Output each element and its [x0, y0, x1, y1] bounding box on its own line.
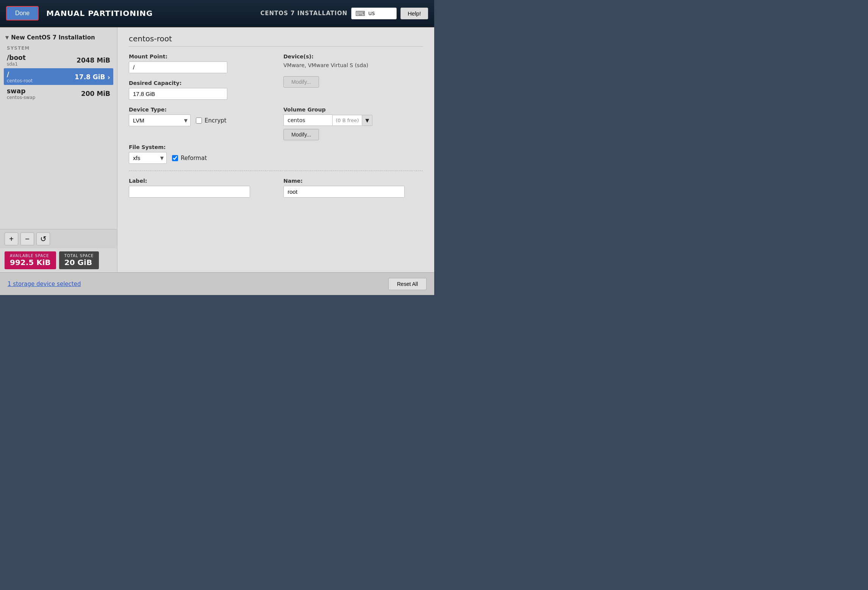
partition-name-boot: /boot: [7, 54, 26, 61]
volume-group-row: centos (0 B free) ▼: [283, 115, 423, 126]
partition-item-boot[interactable]: /boot sda1 2048 MiB: [4, 52, 113, 68]
partition-info-boot: /boot sda1: [7, 54, 26, 67]
help-button[interactable]: Help!: [400, 8, 428, 19]
chevron-right-icon: ›: [108, 73, 110, 81]
partition-sub-root: centos-root: [7, 78, 33, 83]
encrypt-checkbox-row[interactable]: Encrypt: [196, 117, 227, 124]
detail-title: centos-root: [129, 34, 423, 47]
total-space-box: TOTAL SPACE 20 GiB: [59, 251, 99, 269]
system-label: SYSTEM: [4, 42, 113, 52]
partition-size-swap: 200 MiB: [81, 90, 110, 97]
file-system-select-wrap: xfs ext4 ext3 swap ▼: [129, 152, 167, 164]
done-button[interactable]: Done: [6, 6, 39, 20]
encrypt-checkbox[interactable]: [196, 118, 202, 124]
modify-bottom-area: Modify...: [283, 129, 423, 140]
name-label: Name:: [283, 178, 423, 184]
reset-all-button[interactable]: Reset All: [388, 278, 427, 290]
tree-group-header: ▼ New CentOS 7 Installation: [4, 32, 113, 42]
file-system-area: File System: xfs ext4 ext3 swap ▼ Refor: [129, 144, 423, 164]
mount-point-section: Mount Point:: [129, 53, 268, 73]
keyboard-locale-value: us: [368, 10, 375, 17]
available-space-box: AVAILABLE SPACE 992.5 KiB: [5, 251, 56, 269]
footer: 1 storage device selected Reset All: [0, 272, 434, 295]
tree-group-label: New CentOS 7 Installation: [11, 34, 95, 41]
add-partition-button[interactable]: +: [5, 232, 18, 245]
header-left: Done MANUAL PARTITIONING: [6, 6, 153, 20]
label-input[interactable]: [129, 186, 250, 198]
encrypt-label: Encrypt: [205, 117, 227, 124]
top-form-grid: Mount Point: Desired Capacity: Device(s)…: [129, 53, 423, 107]
mount-point-input[interactable]: [129, 61, 227, 73]
bottom-form-grid: Label: Name:: [129, 178, 423, 204]
device-type-area: Device Type: LVM Standard Partition BTRF…: [129, 107, 423, 140]
partition-name-root: /: [7, 71, 33, 78]
total-space-value: 20 GiB: [64, 258, 94, 267]
modify-top-section: Modify...: [283, 76, 423, 88]
desired-capacity-section: Desired Capacity:: [129, 80, 268, 100]
file-system-label: File System:: [129, 144, 423, 150]
remove-partition-button[interactable]: −: [20, 232, 34, 245]
partition-sub-swap: centos-swap: [7, 95, 35, 100]
available-space-label: AVAILABLE SPACE: [10, 254, 51, 258]
partition-info-root: / centos-root: [7, 71, 33, 83]
left-panel: ▼ New CentOS 7 Installation SYSTEM /boot…: [0, 27, 117, 272]
label-section: Label:: [129, 178, 268, 198]
device-type-row: LVM Standard Partition BTRFS ▼ Encrypt: [129, 115, 268, 126]
volume-group-free: (0 B free): [333, 115, 362, 126]
desired-capacity-input[interactable]: [129, 88, 227, 100]
keyboard-locale[interactable]: ⌨ us: [351, 8, 397, 19]
device-type-label: Device Type:: [129, 107, 268, 113]
partition-sub-boot: sda1: [7, 61, 26, 67]
volume-group-label: Volume Group: [283, 107, 423, 113]
mount-point-label: Mount Point:: [129, 53, 268, 60]
file-system-select[interactable]: xfs ext4 ext3 swap: [129, 152, 167, 164]
keyboard-icon: ⌨: [355, 9, 365, 17]
right-panel: centos-root Mount Point: Desired Capacit…: [117, 27, 434, 272]
devices-value: VMware, VMware Virtual S (sda): [283, 61, 423, 69]
tree-arrow-icon: ▼: [5, 35, 9, 40]
device-type-select-wrap: LVM Standard Partition BTRFS ▼: [129, 115, 191, 126]
refresh-button[interactable]: ↺: [36, 232, 50, 245]
partition-size-root: 17.8 GiB ›: [75, 73, 110, 81]
header: Done MANUAL PARTITIONING CENTOS 7 INSTAL…: [0, 0, 434, 27]
modify-bottom-button[interactable]: Modify...: [283, 129, 319, 140]
desired-capacity-label: Desired Capacity:: [129, 80, 268, 86]
total-space-label: TOTAL SPACE: [64, 254, 94, 258]
available-space-value: 992.5 KiB: [10, 258, 51, 267]
left-toolbar: + − ↺: [0, 229, 117, 248]
devices-label: Device(s):: [283, 53, 423, 60]
reformat-label: Reformat: [181, 155, 207, 162]
partition-name-swap: swap: [7, 87, 35, 95]
space-info: AVAILABLE SPACE 992.5 KiB TOTAL SPACE 20…: [0, 248, 117, 272]
device-type-grid: Device Type: LVM Standard Partition BTRF…: [129, 107, 423, 140]
partition-tree: ▼ New CentOS 7 Installation SYSTEM /boot…: [0, 32, 117, 229]
device-type-select[interactable]: LVM Standard Partition BTRFS: [129, 115, 191, 126]
partition-size-boot: 2048 MiB: [77, 56, 110, 64]
label-label: Label:: [129, 178, 268, 184]
partition-item-swap[interactable]: swap centos-swap 200 MiB: [4, 85, 113, 102]
partition-item-root[interactable]: / centos-root 17.8 GiB ›: [4, 68, 113, 85]
file-system-row: xfs ext4 ext3 swap ▼ Reformat: [129, 152, 423, 164]
modify-top-button[interactable]: Modify...: [283, 76, 319, 88]
volume-group-name: centos: [283, 115, 333, 126]
header-right: CENTOS 7 INSTALLATION ⌨ us Help!: [260, 8, 428, 19]
reformat-checkbox[interactable]: [172, 155, 178, 161]
centos-title: CENTOS 7 INSTALLATION: [260, 10, 347, 17]
reformat-checkbox-row[interactable]: Reformat: [172, 155, 207, 162]
page-title: MANUAL PARTITIONING: [46, 9, 153, 18]
storage-device-link[interactable]: 1 storage device selected: [8, 281, 81, 287]
volume-group-arrow-icon[interactable]: ▼: [362, 115, 372, 126]
partition-info-swap: swap centos-swap: [7, 87, 35, 100]
devices-section: Device(s): VMware, VMware Virtual S (sda…: [283, 53, 423, 69]
name-input[interactable]: [283, 186, 405, 198]
name-section: Name:: [283, 178, 423, 198]
separator: [129, 171, 423, 171]
